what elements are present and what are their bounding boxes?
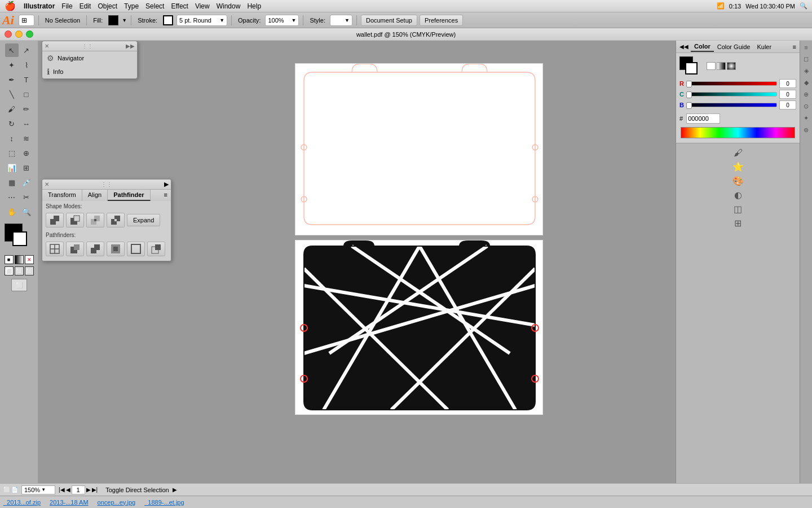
gradient-swatch[interactable] — [15, 255, 24, 264]
radial-gradient-btn[interactable] — [727, 62, 736, 70]
minimize-button[interactable] — [15, 30, 23, 38]
expand-button[interactable]: Expand — [127, 214, 160, 226]
menu-select[interactable]: Select — [145, 2, 164, 10]
strip-btn-6[interactable]: ⊙ — [802, 102, 810, 111]
view-options[interactable]: ⊞ — [19, 15, 34, 26]
b-slider-track[interactable] — [689, 103, 777, 107]
brushes-icon[interactable]: 🖌 — [734, 148, 743, 158]
align-tab[interactable]: Align — [82, 190, 108, 201]
width-tool[interactable]: ↕ — [5, 132, 19, 145]
taskbar-item-3[interactable]: oncep...ey.jpg — [98, 499, 136, 506]
stroke-swatch[interactable] — [163, 15, 173, 25]
stroke-weight-dropdown[interactable]: 5 pt. Round ▼ — [176, 15, 227, 26]
close-button[interactable] — [5, 30, 12, 38]
gradient-tool[interactable]: ▦ — [5, 176, 19, 189]
c-value[interactable]: 0 — [779, 90, 796, 99]
menu-effect[interactable]: Effect — [171, 2, 188, 10]
panel-close-icon[interactable]: ✕ — [45, 43, 49, 49]
fill-arrow[interactable]: ▼ — [122, 17, 127, 23]
spotlight-icon[interactable]: 🔍 — [800, 2, 807, 10]
menu-illustrator[interactable]: Illustrator — [24, 2, 55, 10]
b-value[interactable]: 0 — [779, 100, 796, 110]
exclude-btn[interactable] — [107, 213, 125, 227]
scissors-tool[interactable]: ✂ — [20, 190, 33, 204]
document-setup-button[interactable]: Document Setup — [361, 15, 417, 26]
trim-btn[interactable] — [66, 242, 84, 256]
stroke-color-swatch[interactable] — [12, 231, 27, 246]
layers-icon[interactable]: ◫ — [734, 204, 742, 214]
symbol-sprayer-tool[interactable]: ⊕ — [20, 146, 33, 160]
pencil-tool[interactable]: ✏ — [20, 102, 33, 116]
rotate-tool[interactable]: ↻ — [5, 117, 19, 130]
draw-behind-mode[interactable]: ⬜ — [15, 266, 24, 275]
main-canvas[interactable] — [50, 52, 664, 472]
page-number[interactable] — [72, 485, 85, 494]
zoom-tool[interactable]: 🔍 — [20, 205, 33, 218]
strip-btn-2[interactable]: ◻ — [802, 54, 810, 64]
panel-stroke-swatch[interactable] — [685, 62, 698, 75]
direct-selection-tool[interactable]: ↗ — [20, 43, 33, 57]
no-fill-btn[interactable]: ✕ — [25, 255, 34, 264]
lasso-tool[interactable]: ⌇ — [20, 58, 33, 72]
style-dropdown[interactable]: ▼ — [330, 15, 352, 26]
pen-tool[interactable]: ✒ — [5, 73, 19, 86]
hint-arrow[interactable]: ▶ — [173, 487, 177, 493]
zoom-display[interactable]: 150% ▼ — [21, 485, 55, 494]
symbols-icon[interactable]: ⭐ — [732, 161, 744, 172]
c-slider-track[interactable] — [689, 92, 777, 97]
color-guide-tab[interactable]: Color Guide — [714, 42, 754, 51]
transform-tab[interactable]: Transform — [42, 190, 82, 201]
outline-btn[interactable] — [127, 242, 145, 256]
reflect-tool[interactable]: ↔ — [20, 117, 33, 130]
minus-front-btn[interactable] — [66, 213, 84, 227]
strip-btn-3[interactable]: ◈ — [803, 66, 810, 76]
panel-expand-btn[interactable]: ◀◀ — [679, 43, 689, 50]
canvas-area[interactable]: ✕ ⋮⋮ ▶▶ ⚙ Navigator ℹ Info ✕ ⋮⋮ ▶ Transf… — [38, 41, 676, 483]
menu-help[interactable]: Help — [247, 2, 261, 10]
selection-tool[interactable]: ↖ — [5, 43, 19, 57]
magic-wand-tool[interactable]: ✦ — [5, 58, 19, 72]
unite-btn[interactable] — [46, 213, 64, 227]
taskbar-item-2[interactable]: 2013-...18 AM — [50, 499, 89, 506]
text-tool[interactable]: T — [20, 73, 33, 86]
column-graph-tool[interactable]: 📊 — [5, 161, 19, 174]
minus-back-btn[interactable] — [147, 242, 165, 256]
pathfinder-close-icon[interactable]: ✕ — [45, 181, 49, 187]
wallet-upper-outline[interactable] — [295, 63, 543, 235]
menu-type[interactable]: Type — [124, 2, 139, 10]
appearance-icon[interactable]: ◐ — [734, 190, 742, 200]
info-item[interactable]: ℹ Info — [42, 65, 137, 78]
r-slider-track[interactable] — [689, 81, 777, 86]
color-mode-btn[interactable]: ■ — [5, 255, 14, 264]
opacity-dropdown[interactable]: 100% ▼ — [265, 15, 299, 26]
paintbrush-tool[interactable]: 🖌 — [5, 102, 19, 116]
menu-window[interactable]: Window — [217, 2, 241, 10]
presentation-mode-btn[interactable]: ⬜ — [11, 279, 27, 291]
solid-color-btn[interactable] — [707, 62, 716, 70]
hand-tool[interactable]: ✋ — [5, 205, 19, 218]
warp-tool[interactable]: ≋ — [20, 132, 33, 145]
pathfinder-expand-icon[interactable]: ▶ — [164, 181, 169, 188]
divide-btn[interactable] — [46, 242, 64, 256]
hex-input[interactable] — [686, 113, 720, 124]
pathfinder-tab[interactable]: Pathfinder — [108, 190, 150, 201]
line-tool[interactable]: ╲ — [5, 87, 19, 101]
menu-view[interactable]: View — [195, 2, 210, 10]
panel-menu-btn[interactable]: ≡ — [793, 43, 796, 50]
panel-menu-icon[interactable]: ≡ — [161, 190, 171, 201]
mesh-tool[interactable]: ⊞ — [20, 161, 33, 174]
crop-btn[interactable] — [107, 242, 125, 256]
r-value[interactable]: 0 — [779, 79, 796, 88]
status-icons[interactable]: ⬜ 📄 — [3, 487, 18, 493]
strip-btn-4[interactable]: ◆ — [803, 78, 810, 87]
strip-btn-7[interactable]: ✦ — [802, 113, 810, 123]
intersect-btn[interactable] — [86, 213, 104, 227]
kuler-tab[interactable]: Kuler — [753, 42, 775, 51]
strip-btn-5[interactable]: ⊕ — [802, 90, 810, 99]
artboards-icon[interactable]: ⊞ — [734, 218, 742, 229]
draw-normal-mode[interactable]: ⬜ — [5, 266, 14, 275]
color-tab[interactable]: Color — [691, 42, 714, 52]
eyedropper-tool[interactable]: 💉 — [20, 176, 33, 189]
panel-expand-icon[interactable]: ▶▶ — [126, 43, 135, 49]
strip-btn-8[interactable]: ⊛ — [802, 125, 810, 135]
